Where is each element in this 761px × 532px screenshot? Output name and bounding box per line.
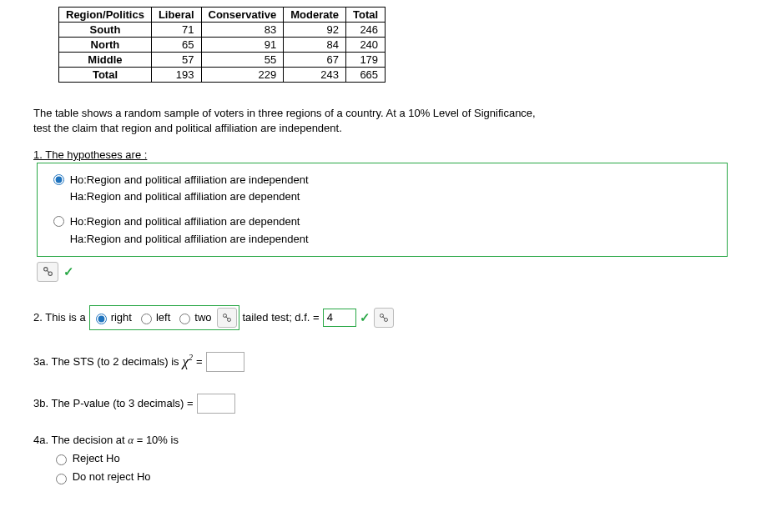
col-header: Conservative [201,8,284,23]
cell: 665 [345,68,385,83]
cell: 243 [284,68,346,83]
q1-label: 1. The hypotheses are : [33,148,728,161]
q3a-line: 3a. The STS (to 2 decimals) is χ2 = [33,352,728,372]
row-label: Middle [59,53,152,68]
q1-radio-1[interactable] [53,174,64,185]
q1-opt2-ha: Ha:Region and political affiliation are … [70,233,309,245]
q1-radio-2[interactable] [53,216,64,227]
q2-df-input[interactable] [323,309,356,327]
q3b-text: 3b. The P-value (to 3 decimals) = [33,397,194,409]
row-label: South [59,23,152,38]
q2-prefix: 2. This is a [33,311,86,324]
q1-toolbar: ✓ [37,262,728,282]
q1-opt2-h0: Ho:Region and political affiliation are … [70,215,300,228]
cell: 229 [201,68,284,83]
cell: 65 [151,38,201,53]
col-header: Liberal [151,8,201,23]
q2-radio-left[interactable] [141,314,152,324]
recalc-icon [43,266,53,277]
recalc-button[interactable] [37,262,58,282]
col-header: Region/Politics [59,8,152,23]
q4-label-pre: 4a. The decision at [33,434,128,446]
q4-label-post: = 10% is [134,434,179,446]
q3b-pvalue-input[interactable] [197,394,235,414]
cell: 246 [345,23,385,38]
cell: 91 [201,38,284,53]
q3a-eq: = [196,355,203,368]
q1-options-box: Ho:Region and political affiliation are … [37,163,728,257]
svg-line-8 [382,316,385,319]
q2-label-right: right [111,311,132,324]
q4-option-reject[interactable]: Reject Ho [52,452,728,466]
q2-mid: tailed test; d.f. = [243,311,320,324]
row-label: North [59,38,152,53]
recalc-icon [222,313,232,323]
q2-radio-two[interactable] [179,314,190,324]
cell: 193 [151,68,201,83]
cell: 67 [284,53,346,68]
cell: 55 [201,53,284,68]
chi-squared-symbol: χ2 [183,353,193,370]
q1-option-2[interactable]: Ho:Region and political affiliation are … [49,213,718,247]
q4-radio-reject[interactable] [56,454,67,465]
check-icon: ✓ [360,310,370,325]
col-header: Moderate [284,8,346,23]
q2-label-left: left [156,311,170,324]
q3b-line: 3b. The P-value (to 3 decimals) = [33,394,728,414]
q2-df-recalc-button[interactable] [374,308,394,328]
cell: 83 [201,23,284,38]
q4a-section: 4a. The decision at α = 10% is Reject Ho… [33,434,728,484]
problem-statement: The table shows a random sample of voter… [33,106,728,135]
q1-opt1-ha: Ha:Region and political affiliation are … [70,190,300,203]
col-header: Total [345,8,385,23]
row-label: Total [59,68,152,83]
cell: 179 [345,53,385,68]
q1-opt1-h0: Ho:Region and political affiliation are … [70,173,309,186]
check-icon: ✓ [63,264,74,279]
cell: 84 [284,38,346,53]
q1-option-1[interactable]: Ho:Region and political affiliation are … [49,172,718,205]
q4-radio-donotreject[interactable] [56,474,67,484]
q3a-sts-input[interactable] [206,352,244,372]
q2-tail-recalc-button[interactable] [217,308,237,328]
q4-option-do-not-reject[interactable]: Do not reject Ho [52,470,728,484]
q3a-text: 3a. The STS (to 2 decimals) is [33,355,179,368]
q2-radio-right[interactable] [96,314,107,324]
q4-opt2-label: Do not reject Ho [73,470,151,483]
q4-opt1-label: Reject Ho [73,452,120,464]
svg-line-5 [225,316,228,319]
region-politics-table: Region/Politics Liberal Conservative Mod… [58,7,386,83]
cell: 240 [345,38,385,53]
recalc-icon [379,313,389,323]
cell: 92 [284,23,346,38]
q2-tail-options: right left two [89,305,239,330]
q2-line: 2. This is a right left two tailed test;… [33,305,728,330]
svg-line-2 [46,270,48,273]
cell: 71 [151,23,201,38]
cell: 57 [151,53,201,68]
q2-label-two: two [194,311,211,324]
